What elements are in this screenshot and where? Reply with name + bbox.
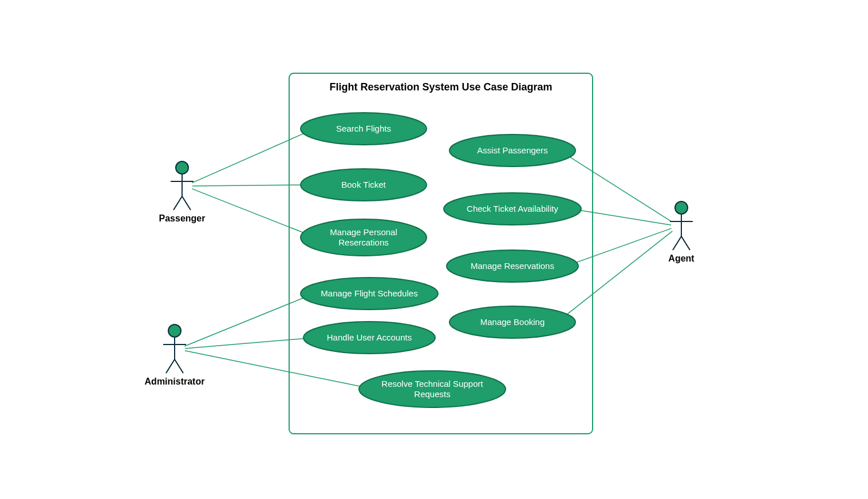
actor-leg-icon [681, 236, 690, 250]
actor-head-icon [675, 201, 688, 214]
actor-leg-icon [673, 236, 681, 250]
usecase-label: Check Ticket Availability [467, 204, 558, 213]
usecase-label: Manage Flight Schedules [321, 288, 417, 298]
actor-head-icon [168, 324, 181, 337]
usecase-resolve_support: Resolve Technical SupportRequests [359, 371, 506, 407]
connector-line [185, 339, 303, 348]
actor-leg-icon [166, 359, 175, 373]
actor-administrator: Administrator [145, 324, 205, 386]
usecases-layer: Search FlightsBook TicketManage Personal… [301, 113, 581, 407]
actors-layer: PassengerAdministratorAgent [145, 161, 695, 386]
connector-line [192, 133, 303, 183]
usecase-assist_passengers: Assist Passengers [449, 134, 575, 167]
usecase-handle_accounts: Handle User Accounts [303, 322, 435, 354]
actor-passenger: Passenger [159, 161, 206, 223]
diagram-canvas: Flight Reservation System Use Case Diagr… [0, 0, 868, 499]
usecase-check_avail: Check Ticket Availability [444, 193, 581, 225]
actor-label: Agent [668, 254, 695, 263]
usecase-label: Manage PersonalResercations [330, 227, 397, 247]
connector-line [567, 231, 673, 314]
usecase-label: Manage Booking [480, 317, 545, 327]
actor-leg-icon [173, 196, 182, 210]
usecase-book_ticket: Book Ticket [301, 169, 427, 201]
actor-agent: Agent [668, 201, 695, 263]
usecase-search_flights: Search Flights [301, 113, 427, 145]
actor-head-icon [176, 161, 188, 174]
connectors-layer [184, 133, 672, 386]
connector-line [570, 157, 672, 221]
connector-line [185, 351, 360, 386]
use-case-diagram-svg: Flight Reservation System Use Case Diagr… [0, 0, 868, 499]
usecase-label: Handle User Accounts [327, 332, 412, 342]
usecase-manage_res: Manage Reservations [447, 250, 578, 282]
usecase-manage_booking: Manage Booking [449, 306, 575, 338]
usecase-label: Book Ticket [341, 180, 386, 189]
actor-label: Passenger [159, 213, 206, 223]
actor-leg-icon [175, 359, 183, 373]
system-title: Flight Reservation System Use Case Diagr… [329, 81, 552, 93]
usecase-label: Manage Reservations [471, 261, 554, 271]
connector-line [192, 189, 303, 232]
usecase-label: Search Flights [336, 124, 391, 133]
usecase-manage_schedules: Manage Flight Schedules [301, 278, 438, 310]
connector-line [577, 228, 672, 262]
actor-label: Administrator [145, 377, 205, 386]
usecase-manage_personal: Manage PersonalResercations [301, 219, 427, 256]
connector-line [192, 185, 301, 186]
usecase-label: Assist Passengers [477, 145, 547, 155]
connector-line [184, 298, 303, 346]
actor-leg-icon [182, 196, 191, 210]
